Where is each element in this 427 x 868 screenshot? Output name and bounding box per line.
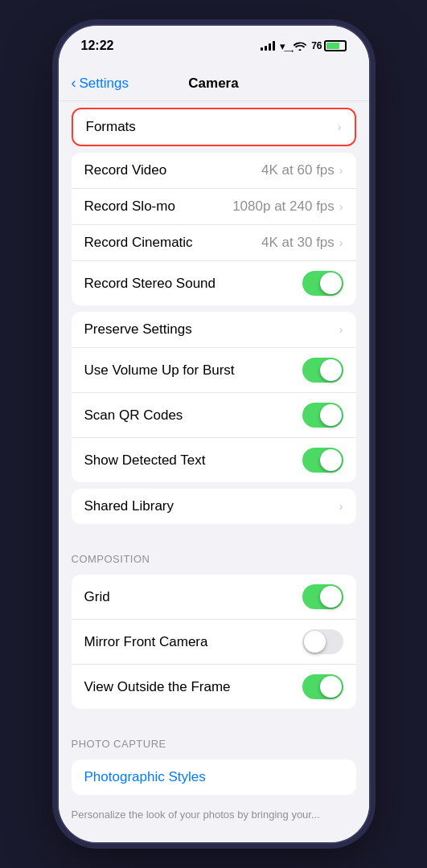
battery-indicator: 76 — [311, 40, 346, 51]
view-outside-frame-label: View Outside the Frame — [84, 679, 231, 695]
navigation-bar: ‹ Settings Camera — [59, 66, 369, 101]
formats-right: › — [338, 121, 342, 133]
scan-qr-codes-right — [302, 403, 343, 428]
shared-library-right: › — [339, 500, 343, 513]
formats-highlighted-row[interactable]: Formats › — [72, 108, 356, 146]
record-slomo-label: Record Slo-mo — [84, 199, 175, 215]
show-detected-text-toggle[interactable] — [302, 448, 343, 473]
video-settings-group: Record Video 4K at 60 fps › Record Slo-m… — [72, 153, 356, 305]
status-bar: 12:22 ▾ ͢ 76 — [59, 26, 369, 66]
use-volume-up-label: Use Volume Up for Burst — [84, 362, 235, 379]
battery-level: 76 — [311, 40, 322, 51]
record-cinematic-chevron-icon: › — [339, 236, 343, 249]
back-button[interactable]: ‹ Settings — [72, 75, 129, 92]
composition-section-label: Composition — [59, 547, 369, 568]
record-slomo-right: 1080p at 240 fps › — [232, 199, 343, 215]
spacer-2 — [59, 715, 369, 731]
view-outside-frame-row[interactable]: View Outside the Frame — [72, 665, 356, 709]
record-video-row[interactable]: Record Video 4K at 60 fps › — [72, 153, 356, 189]
settings-content: Formats › Record Video 4K at 60 fps › Re… — [59, 101, 369, 844]
back-chevron-icon: ‹ — [72, 75, 76, 92]
record-video-chevron-icon: › — [339, 164, 343, 177]
record-cinematic-value: 4K at 30 fps — [261, 235, 335, 251]
battery-body — [324, 40, 347, 51]
phone-frame: 12:22 ▾ ͢ 76 ‹ Settings — [57, 24, 371, 844]
record-cinematic-right: 4K at 30 fps › — [261, 235, 343, 251]
grid-right — [302, 584, 343, 609]
status-icons: ▾ ͢ 76 — [261, 40, 346, 52]
signal-icon — [261, 41, 275, 51]
mirror-front-camera-right — [302, 629, 343, 654]
other-settings-group: Preserve Settings › Use Volume Up for Bu… — [72, 312, 356, 482]
preserve-settings-chevron-icon: › — [339, 323, 343, 336]
record-slomo-value: 1080p at 240 fps — [232, 199, 335, 215]
use-volume-up-toggle[interactable] — [302, 358, 343, 383]
record-stereo-sound-right — [302, 271, 343, 296]
grid-label: Grid — [84, 589, 110, 605]
toggle-knob — [320, 404, 342, 426]
toggle-knob — [320, 272, 342, 294]
record-cinematic-row[interactable]: Record Cinematic 4K at 30 fps › — [72, 225, 356, 261]
photographic-styles-label: Photographic Styles — [84, 769, 206, 785]
page-title: Camera — [188, 76, 238, 92]
photo-capture-section-label: Photo Capture — [59, 731, 369, 753]
record-slomo-chevron-icon: › — [339, 200, 343, 213]
view-outside-frame-right — [302, 674, 343, 699]
shared-library-label: Shared Library — [84, 498, 174, 514]
record-video-right: 4K at 60 fps › — [261, 162, 343, 178]
record-cinematic-label: Record Cinematic — [84, 235, 193, 251]
photo-capture-description: Personalize the look of your photos by b… — [59, 801, 369, 829]
toggle-knob — [320, 449, 342, 471]
composition-group: Grid Mirror Front Camera View Outside th… — [72, 575, 356, 709]
status-time: 12:22 — [81, 39, 114, 53]
shared-library-chevron-icon: › — [339, 500, 343, 513]
wifi-icon: ▾ ͢ — [280, 40, 289, 52]
scan-qr-codes-toggle[interactable] — [302, 403, 343, 428]
record-stereo-sound-label: Record Stereo Sound — [84, 276, 216, 292]
photo-capture-group: Photographic Styles — [72, 760, 356, 795]
toggle-knob — [320, 676, 342, 698]
use-volume-up-right — [302, 358, 343, 383]
spacer — [59, 530, 369, 547]
record-stereo-sound-row[interactable]: Record Stereo Sound — [72, 261, 356, 305]
record-video-value: 4K at 60 fps — [261, 162, 335, 178]
show-detected-text-right — [302, 448, 343, 473]
toggle-knob — [320, 586, 342, 608]
scan-qr-codes-row[interactable]: Scan QR Codes — [72, 393, 356, 438]
mirror-front-camera-label: Mirror Front Camera — [84, 634, 208, 650]
record-stereo-sound-toggle[interactable] — [302, 271, 343, 296]
shared-library-row[interactable]: Shared Library › — [72, 489, 356, 524]
formats-label: Formats — [86, 119, 136, 135]
record-video-label: Record Video — [84, 162, 167, 178]
grid-toggle[interactable] — [302, 584, 343, 609]
preserve-settings-label: Preserve Settings — [84, 321, 192, 338]
show-detected-text-row[interactable]: Show Detected Text — [72, 438, 356, 482]
shared-library-group: Shared Library › — [72, 489, 356, 524]
mirror-front-camera-toggle[interactable] — [302, 629, 343, 654]
toggle-knob — [320, 359, 342, 381]
toggle-knob — [304, 631, 326, 653]
battery-fill — [326, 43, 340, 49]
preserve-settings-right: › — [339, 323, 343, 336]
wifi-icon — [294, 41, 306, 51]
formats-chevron-icon: › — [338, 121, 342, 133]
preserve-settings-row[interactable]: Preserve Settings › — [72, 312, 356, 348]
photographic-styles-row[interactable]: Photographic Styles — [72, 760, 356, 795]
back-label: Settings — [80, 76, 129, 92]
use-volume-up-row[interactable]: Use Volume Up for Burst — [72, 348, 356, 393]
scan-qr-codes-label: Scan QR Codes — [84, 407, 183, 424]
record-slomo-row[interactable]: Record Slo-mo 1080p at 240 fps › — [72, 189, 356, 225]
formats-row[interactable]: Formats › — [73, 109, 355, 145]
grid-row[interactable]: Grid — [72, 575, 356, 620]
mirror-front-camera-row[interactable]: Mirror Front Camera — [72, 620, 356, 665]
view-outside-frame-toggle[interactable] — [302, 674, 343, 699]
show-detected-text-label: Show Detected Text — [84, 452, 206, 469]
